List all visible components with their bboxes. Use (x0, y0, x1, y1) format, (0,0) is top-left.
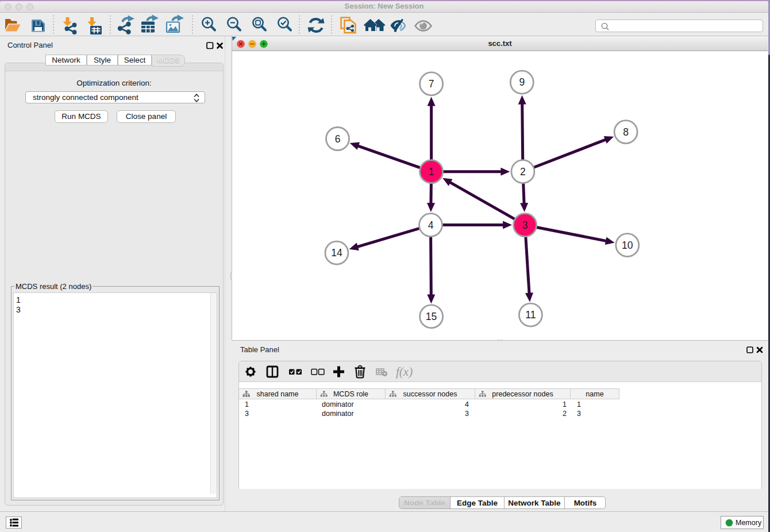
svg-text:10: 10 (622, 240, 633, 251)
svg-text:6: 6 (335, 133, 341, 145)
svg-text:4: 4 (428, 219, 434, 231)
svg-text:7: 7 (429, 78, 434, 90)
svg-text:11: 11 (525, 309, 536, 321)
svg-text:8: 8 (623, 126, 629, 138)
svg-text:1: 1 (429, 166, 434, 178)
svg-text:9: 9 (519, 76, 525, 88)
svg-text:14: 14 (331, 247, 342, 259)
svg-text:15: 15 (426, 311, 437, 322)
svg-text:2: 2 (520, 166, 526, 178)
svg-text:f(x): f(x) (396, 365, 413, 379)
svg-text:3: 3 (522, 219, 528, 231)
